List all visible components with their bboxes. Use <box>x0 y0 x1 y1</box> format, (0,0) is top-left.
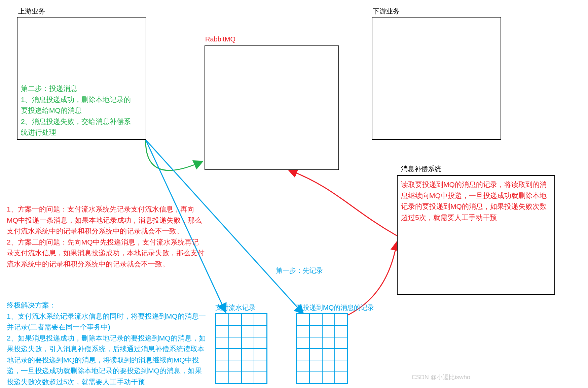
step1-label: 第一步：先记录 <box>276 266 323 275</box>
arrow-compensation-to-mq <box>289 170 397 236</box>
watermark: CSDN @小逗比iswho <box>412 373 470 381</box>
downstream-title: 下游业务 <box>373 7 400 16</box>
upstream-title: 上游业务 <box>18 7 45 16</box>
upstream-box: 第二步：投递消息 1、消息投递成功，删除本地记录的要投递给MQ的消息 2、消息投… <box>17 17 146 140</box>
upstream-step2-text: 第二步：投递消息 1、消息投递成功，删除本地记录的要投递给MQ的消息 2、消息投… <box>21 83 137 138</box>
compensation-text: 读取要投递到MQ的消息的记录，将读取到的消息继续向MQ中投递，一旦投递成功就删除… <box>401 179 551 223</box>
downstream-box <box>372 17 501 140</box>
mq-grid-title: 要投递到MQ的消息的记录 <box>296 303 374 312</box>
rabbitmq-box <box>205 45 339 170</box>
rabbitmq-title: RabbitMQ <box>205 35 235 43</box>
payment-grid-title: 支付流水记录 <box>215 303 256 312</box>
compensation-box: 读取要投递到MQ的消息的记录，将读取到的消息继续向MQ中投递，一旦投递成功就删除… <box>397 175 555 295</box>
payment-grid <box>215 313 267 384</box>
problem-text: 1、方案一的问题：支付流水系统先记录支付流水信息，再向MQ中投递一条消息，如果本… <box>7 204 205 269</box>
compensation-title: 消息补偿系统 <box>401 164 441 173</box>
arrow-upstream-to-mq <box>146 139 202 170</box>
solution-text: 终极解决方案： 1、支付流水系统记录流水信息的同时，将要投递到MQ的消息一并记录… <box>7 300 209 387</box>
mq-message-grid <box>296 313 348 384</box>
